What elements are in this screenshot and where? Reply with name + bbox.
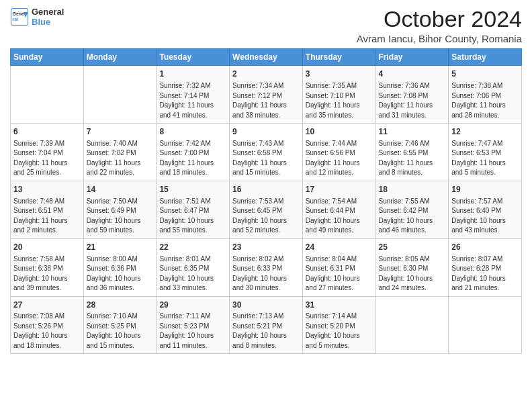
day-number: 25 [379,242,446,253]
day-content: Sunrise: 8:05 AM Sunset: 6:30 PM Dayligh… [379,255,446,293]
calendar-cell: 9Sunrise: 7:43 AM Sunset: 6:58 PM Daylig… [230,124,303,181]
week-row-1: 1Sunrise: 7:32 AM Sunset: 7:14 PM Daylig… [11,66,522,124]
subtitle: Avram Iancu, Bihor County, Romania [357,33,522,44]
day-number: 15 [159,184,226,195]
day-number: 26 [451,242,519,253]
calendar-cell: 14Sunrise: 7:50 AM Sunset: 6:49 PM Dayli… [83,181,157,238]
calendar-cell: 16Sunrise: 7:53 AM Sunset: 6:45 PM Dayli… [230,181,303,238]
page: Gene- ral General Blue October 2024 Avra… [0,0,532,411]
day-number: 8 [159,126,226,138]
day-header-wednesday: Wednesday [230,49,303,66]
title-area: October 2024 Avram Iancu, Bihor County, … [357,7,522,44]
day-number: 24 [306,242,373,253]
day-header-monday: Monday [83,49,157,66]
calendar-cell: 17Sunrise: 7:54 AM Sunset: 6:44 PM Dayli… [302,181,375,238]
calendar-cell: 20Sunrise: 7:58 AM Sunset: 6:38 PM Dayli… [11,238,84,296]
calendar-cell: 24Sunrise: 8:04 AM Sunset: 6:31 PM Dayli… [302,238,375,296]
calendar-cell: 18Sunrise: 7:55 AM Sunset: 6:42 PM Dayli… [375,181,449,238]
calendar-cell [11,66,84,124]
day-header-friday: Friday [375,49,449,66]
day-content: Sunrise: 7:57 AM Sunset: 6:40 PM Dayligh… [451,197,519,236]
day-number: 14 [87,184,154,195]
day-number: 12 [451,126,519,138]
week-row-5: 27Sunrise: 7:08 AM Sunset: 5:26 PM Dayli… [11,296,522,354]
day-number: 17 [306,184,373,195]
day-content: Sunrise: 7:32 AM Sunset: 7:14 PM Dayligh… [159,81,226,120]
day-number: 4 [379,68,446,80]
day-content: Sunrise: 8:00 AM Sunset: 6:36 PM Dayligh… [87,255,154,293]
calendar-cell: 7Sunrise: 7:40 AM Sunset: 7:02 PM Daylig… [83,124,157,181]
day-content: Sunrise: 7:44 AM Sunset: 6:56 PM Dayligh… [306,139,373,178]
day-content: Sunrise: 8:02 AM Sunset: 6:33 PM Dayligh… [232,255,300,293]
day-number: 10 [306,126,373,138]
calendar-cell: 28Sunrise: 7:10 AM Sunset: 5:25 PM Dayli… [83,296,157,354]
day-number: 21 [87,242,154,253]
day-content: Sunrise: 7:08 AM Sunset: 5:26 PM Dayligh… [13,312,81,351]
calendar-cell: 31Sunrise: 7:14 AM Sunset: 5:20 PM Dayli… [302,296,375,354]
calendar-cell: 23Sunrise: 8:02 AM Sunset: 6:33 PM Dayli… [230,238,303,296]
day-number: 23 [232,242,300,253]
calendar-cell: 11Sunrise: 7:46 AM Sunset: 6:55 PM Dayli… [375,124,449,181]
day-content: Sunrise: 7:53 AM Sunset: 6:45 PM Dayligh… [232,197,300,236]
calendar-cell [449,296,522,354]
header-row: SundayMondayTuesdayWednesdayThursdayFrid… [11,49,522,66]
day-content: Sunrise: 8:04 AM Sunset: 6:31 PM Dayligh… [306,255,373,293]
day-number: 22 [159,242,226,253]
calendar-cell [375,296,449,354]
day-content: Sunrise: 7:54 AM Sunset: 6:44 PM Dayligh… [306,197,373,236]
day-content: Sunrise: 7:55 AM Sunset: 6:42 PM Dayligh… [379,197,446,236]
day-number: 29 [159,300,226,311]
day-content: Sunrise: 8:01 AM Sunset: 6:35 PM Dayligh… [159,255,226,293]
day-number: 9 [232,126,300,138]
day-number: 11 [379,126,446,138]
logo: Gene- ral General Blue [10,7,64,27]
day-content: Sunrise: 8:07 AM Sunset: 6:28 PM Dayligh… [451,255,519,293]
day-content: Sunrise: 7:43 AM Sunset: 6:58 PM Dayligh… [232,139,300,178]
calendar-cell: 27Sunrise: 7:08 AM Sunset: 5:26 PM Dayli… [11,296,84,354]
main-title: October 2024 [357,7,522,32]
day-content: Sunrise: 7:34 AM Sunset: 7:12 PM Dayligh… [232,81,300,120]
logo-text: General Blue [32,7,64,27]
week-row-4: 20Sunrise: 7:58 AM Sunset: 6:38 PM Dayli… [11,238,522,296]
calendar-cell: 15Sunrise: 7:51 AM Sunset: 6:47 PM Dayli… [157,181,230,238]
day-header-tuesday: Tuesday [157,49,230,66]
calendar-cell: 21Sunrise: 8:00 AM Sunset: 6:36 PM Dayli… [83,238,157,296]
calendar-cell: 13Sunrise: 7:48 AM Sunset: 6:51 PM Dayli… [11,181,84,238]
day-content: Sunrise: 7:47 AM Sunset: 6:53 PM Dayligh… [451,139,519,178]
calendar-cell: 4Sunrise: 7:36 AM Sunset: 7:08 PM Daylig… [375,66,449,124]
day-number: 30 [232,300,300,311]
day-content: Sunrise: 7:42 AM Sunset: 7:00 PM Dayligh… [159,139,226,178]
day-content: Sunrise: 7:58 AM Sunset: 6:38 PM Dayligh… [13,255,81,293]
day-number: 7 [87,126,154,138]
day-number: 31 [306,300,373,311]
calendar-cell: 25Sunrise: 8:05 AM Sunset: 6:30 PM Dayli… [375,238,449,296]
calendar-cell: 8Sunrise: 7:42 AM Sunset: 7:00 PM Daylig… [157,124,230,181]
day-number: 13 [13,184,81,195]
day-number: 27 [13,300,81,311]
day-content: Sunrise: 7:38 AM Sunset: 7:06 PM Dayligh… [451,81,519,120]
calendar-cell: 12Sunrise: 7:47 AM Sunset: 6:53 PM Dayli… [449,124,522,181]
day-content: Sunrise: 7:51 AM Sunset: 6:47 PM Dayligh… [159,197,226,236]
day-content: Sunrise: 7:50 AM Sunset: 6:49 PM Dayligh… [87,197,154,236]
calendar-cell [83,66,157,124]
calendar-cell: 22Sunrise: 8:01 AM Sunset: 6:35 PM Dayli… [157,238,230,296]
day-number: 3 [306,68,373,80]
day-number: 20 [13,242,81,253]
day-content: Sunrise: 7:10 AM Sunset: 5:25 PM Dayligh… [87,312,154,351]
day-number: 1 [159,68,226,80]
logo-icon: Gene- ral [10,7,29,26]
calendar-cell: 2Sunrise: 7:34 AM Sunset: 7:12 PM Daylig… [230,66,303,124]
day-header-sunday: Sunday [11,49,84,66]
day-content: Sunrise: 7:11 AM Sunset: 5:23 PM Dayligh… [159,312,226,351]
day-number: 6 [13,126,81,138]
calendar-cell: 29Sunrise: 7:11 AM Sunset: 5:23 PM Dayli… [157,296,230,354]
day-number: 28 [87,300,154,311]
day-header-saturday: Saturday [449,49,522,66]
day-number: 19 [451,184,519,195]
week-row-3: 13Sunrise: 7:48 AM Sunset: 6:51 PM Dayli… [11,181,522,238]
calendar-cell: 5Sunrise: 7:38 AM Sunset: 7:06 PM Daylig… [449,66,522,124]
header: Gene- ral General Blue October 2024 Avra… [10,7,522,44]
day-content: Sunrise: 7:48 AM Sunset: 6:51 PM Dayligh… [13,197,81,236]
calendar-cell: 6Sunrise: 7:39 AM Sunset: 7:04 PM Daylig… [11,124,84,181]
day-content: Sunrise: 7:46 AM Sunset: 6:55 PM Dayligh… [379,139,446,178]
